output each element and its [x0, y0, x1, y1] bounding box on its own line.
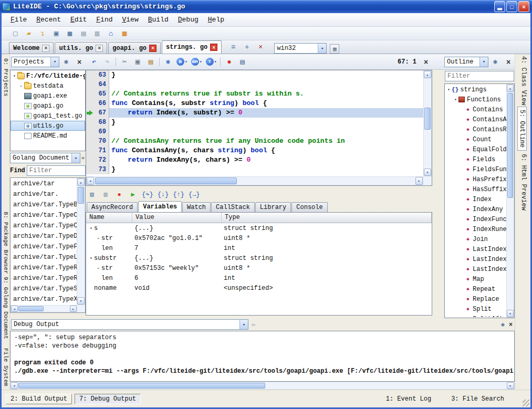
export-log-icon[interactable]: ▥ — [99, 189, 112, 201]
home-icon[interactable]: ⌂ — [105, 28, 117, 39]
doc-list-item[interactable]: archive/tar.TypeBlock — [11, 200, 77, 210]
gutter-cell[interactable]: 70 — [86, 137, 109, 146]
chevron-down-icon[interactable]: ▾ — [50, 57, 59, 67]
column-header-value[interactable]: Value — [132, 213, 222, 223]
outline-item[interactable]: ◆FieldsFunc — [445, 164, 506, 174]
outline-item[interactable]: ◆LastIndexAny — [445, 254, 506, 264]
gear-icon[interactable]: ✱ — [501, 321, 505, 329]
outline-item[interactable]: ◆LastIndex — [445, 244, 506, 254]
output-select[interactable]: Debug Output ▾ — [11, 319, 248, 330]
code-line[interactable]: } — [109, 70, 423, 80]
split-add-icon[interactable]: + — [241, 41, 253, 53]
scroll-down-icon[interactable]: ▾ — [507, 310, 514, 317]
debug-tab-callstack[interactable]: CallStack — [211, 202, 255, 212]
outline-item[interactable]: ◆Count — [445, 134, 506, 144]
chevron-down-icon[interactable]: ▾ — [71, 153, 80, 163]
open-folder-icon[interactable]: ↴ — [36, 28, 49, 39]
status-item-3-file-search[interactable]: 3: File Search — [451, 395, 504, 403]
build-config-icon[interactable]: ✱ — [162, 56, 174, 68]
redo-icon[interactable]: ↷ — [101, 56, 113, 68]
project-tree-item[interactable]: goapi.go — [11, 101, 85, 111]
column-header-name[interactable]: Name — [86, 213, 132, 223]
doc-list-item[interactable]: archive/tar — [11, 179, 77, 189]
code-line[interactable]: } — [109, 118, 423, 127]
doc-mode-select[interactable]: Golang Document ▾ — [10, 153, 80, 163]
outline-item[interactable]: ◆SplitAfter — [445, 314, 506, 317]
doc-list-vscroll-thumb[interactable] — [78, 187, 84, 204]
outline-item[interactable]: ◆IndexAny — [445, 204, 506, 214]
gutter-cell[interactable]: 68 — [86, 118, 109, 127]
project-tree-item[interactable]: utils.go — [11, 121, 85, 131]
menu-item-build[interactable]: Build — [143, 14, 173, 25]
collapsed-expander-icon[interactable]: ▹ — [18, 83, 24, 88]
doc-list-item[interactable]: archive/tar.TypeChar — [11, 210, 77, 221]
outline-item[interactable]: ◆Join — [445, 234, 506, 244]
outline-item[interactable]: ◆ContainsAny — [445, 114, 506, 124]
new-file-icon[interactable]: ▢ — [9, 28, 22, 39]
code-line[interactable]: return IndexAny(s, chars) >= 0 — [109, 155, 423, 165]
menu-item-help[interactable]: Help — [203, 14, 229, 25]
outline-item[interactable]: ◆ContainsRune — [445, 124, 506, 134]
clear-output-icon[interactable]: ✏ — [252, 320, 256, 329]
plugins-icon[interactable]: ▩ — [118, 28, 131, 39]
scroll-up-icon[interactable]: ▴ — [424, 71, 431, 78]
code-line[interactable]: // ContainsAny returns true if any Unico… — [109, 137, 423, 146]
gutter-cell[interactable]: 64 — [86, 80, 109, 89]
close-split-icon[interactable]: × — [254, 41, 267, 53]
debug-tab-variables[interactable]: Variables — [138, 201, 182, 212]
variable-row[interactable]: len6int — [86, 273, 432, 283]
editor-hscroll-thumb[interactable] — [95, 177, 237, 184]
code-line[interactable] — [109, 80, 423, 89]
chevron-down-icon[interactable]: ▾ — [479, 57, 488, 67]
variable-row[interactable]: ▾substr{...}struct string — [86, 253, 432, 263]
outline-item[interactable]: ◆Map — [445, 274, 506, 284]
editor-close-button[interactable]: × — [420, 56, 432, 68]
status-button-2-build-output[interactable]: 2: Build Output — [6, 394, 72, 404]
scroll-right-icon[interactable]: ▸ — [415, 177, 423, 185]
collapsed-expander-icon[interactable]: ▹ — [96, 236, 101, 240]
column-header-type[interactable]: Type — [222, 213, 432, 223]
projects-close-button[interactable]: × — [73, 56, 86, 68]
resize-grip[interactable] — [523, 400, 529, 406]
gutter-cell[interactable]: 66 — [86, 99, 109, 108]
code-line[interactable]: // Contains returns true if substr is wi… — [109, 89, 423, 99]
expanded-expander-icon[interactable]: ▾ — [88, 256, 94, 260]
variable-row[interactable]: ▹str0x5702ac "go1.0.1"uint8 * — [86, 233, 432, 243]
minimize-button[interactable]: ▂ — [494, 1, 505, 12]
doc-list-hscrollbar[interactable]: ◂ ▸ — [11, 305, 77, 312]
status-button-7-debug-output[interactable]: 7: Debug Output — [75, 394, 141, 404]
step-into-icon[interactable]: {↓} — [156, 189, 171, 201]
variable-row[interactable]: ▾s{...}struct string — [86, 223, 432, 233]
gutter-cell[interactable]: 63 — [86, 70, 109, 80]
side-tab-file-system[interactable]: File System — [3, 348, 9, 386]
side-tab-4-class-view[interactable]: 4: Class View — [520, 56, 527, 106]
outline-filter-input[interactable] — [445, 71, 514, 81]
outline-item[interactable]: ◆Replace — [445, 294, 506, 304]
doc-list-item[interactable]: archive/tar. — [11, 189, 77, 200]
project-tree-item[interactable]: README.md — [11, 131, 85, 141]
menu-item-debug[interactable]: Debug — [173, 14, 203, 25]
editor-vscrollbar[interactable]: ▴ ▾ — [423, 70, 432, 176]
project-tree-item[interactable]: ▾F:/vfc/liteide-git — [11, 71, 85, 81]
code-line[interactable] — [109, 127, 423, 137]
outline-item[interactable]: ◆IndexFunc — [445, 214, 506, 224]
output-text[interactable]: -sep=", ": setup separators-v=false: ver… — [10, 331, 515, 382]
code-line[interactable]: return Index(s, substr) >= 0 — [109, 108, 423, 118]
side-tab-6-html-preview[interactable]: 6: Html Preview — [520, 154, 527, 211]
gutter-cell[interactable]: 73 — [86, 165, 109, 174]
tab-goapi-go[interactable]: goapi. go× — [108, 42, 161, 54]
outline-item[interactable]: ◆Contains — [445, 104, 506, 114]
gutter-cell[interactable]: 65 — [86, 89, 109, 99]
variable-row[interactable]: len7int — [86, 243, 432, 253]
tab-welcome[interactable]: Welcome× — [9, 42, 54, 54]
scroll-right-icon[interactable]: ▸ — [507, 382, 514, 389]
export-output-icon[interactable]: ▤ — [236, 56, 248, 68]
projects-menu-button[interactable]: ✱ — [60, 56, 72, 68]
build-target-select[interactable]: win32 ▾ — [274, 43, 327, 54]
scroll-down-icon[interactable]: ▾ — [77, 297, 85, 305]
menu-item-edit[interactable]: Edit — [66, 14, 91, 25]
outline-item[interactable]: ◆EqualFold — [445, 144, 506, 154]
project-tree-item[interactable]: ▹testdata — [11, 81, 85, 91]
outline-item[interactable]: ▾{}strings — [445, 85, 506, 95]
menu-item-view[interactable]: View — [117, 14, 143, 25]
